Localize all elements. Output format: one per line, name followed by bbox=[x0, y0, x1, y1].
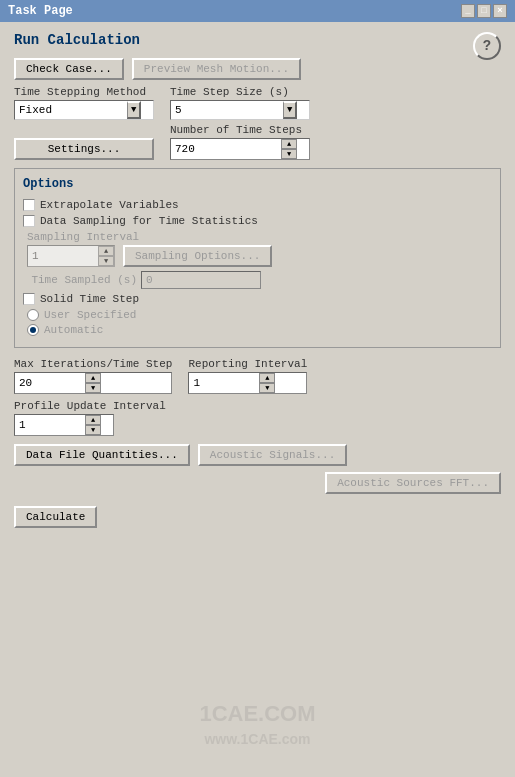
solid-time-step-label: Solid Time Step bbox=[40, 293, 139, 305]
acoustic-fft-row: Acoustic Sources FFT... bbox=[14, 472, 501, 494]
sampling-options-button: Sampling Options... bbox=[123, 245, 272, 267]
user-specified-radio[interactable] bbox=[27, 309, 39, 321]
title-bar-controls: _ □ × bbox=[461, 4, 507, 18]
profile-update-down[interactable]: ▼ bbox=[85, 425, 101, 435]
top-buttons-row: Check Case... Preview Mesh Motion... bbox=[14, 58, 501, 80]
automatic-radio-dot bbox=[30, 327, 36, 333]
title-bar: Task Page _ □ × bbox=[0, 0, 515, 22]
num-time-steps-spinners: ▲ ▼ bbox=[281, 139, 297, 159]
time-stepping-method-label: Time Stepping Method bbox=[14, 86, 154, 98]
help-button[interactable]: ? bbox=[473, 32, 501, 60]
options-group: Options Extrapolate Variables Data Sampl… bbox=[14, 168, 501, 348]
sampling-interval-up: ▲ bbox=[98, 246, 114, 256]
settings-button[interactable]: Settings... bbox=[14, 138, 154, 160]
num-time-steps-spinner[interactable]: ▲ ▼ bbox=[170, 138, 310, 160]
solid-time-step-checkbox[interactable] bbox=[23, 293, 35, 305]
acoustic-sources-fft-button: Acoustic Sources FFT... bbox=[325, 472, 501, 494]
preview-mesh-motion-button: Preview Mesh Motion... bbox=[132, 58, 301, 80]
user-specified-label: User Specified bbox=[44, 309, 136, 321]
automatic-radio[interactable] bbox=[27, 324, 39, 336]
time-stepping-method-col: Time Stepping Method ▼ bbox=[14, 86, 154, 120]
reporting-interval-label: Reporting Interval bbox=[188, 358, 307, 370]
max-iterations-label: Max Iterations/Time Step bbox=[14, 358, 172, 370]
data-sampling-checkbox[interactable] bbox=[23, 215, 35, 227]
profile-update-label: Profile Update Interval bbox=[14, 400, 501, 412]
sampling-interval-down: ▼ bbox=[98, 256, 114, 266]
calculate-button[interactable]: Calculate bbox=[14, 506, 97, 528]
num-time-steps-col: Number of Time Steps ▲ ▼ bbox=[170, 124, 310, 160]
reporting-interval-spinners: ▲ ▼ bbox=[259, 373, 275, 393]
window-title: Task Page bbox=[8, 4, 73, 18]
calculate-row: Calculate bbox=[14, 506, 501, 528]
profile-update-col: Profile Update Interval ▲ ▼ bbox=[14, 400, 501, 436]
data-sampling-row: Data Sampling for Time Statistics bbox=[23, 215, 492, 227]
time-step-size-label: Time Step Size (s) bbox=[170, 86, 310, 98]
sampling-interval-input bbox=[28, 248, 98, 264]
num-time-steps-input[interactable] bbox=[171, 141, 281, 157]
extrapolate-label: Extrapolate Variables bbox=[40, 199, 179, 211]
acoustic-signals-button: Acoustic Signals... bbox=[198, 444, 347, 466]
sampling-interval-spinners: ▲ ▼ bbox=[98, 246, 114, 266]
minimize-button[interactable]: _ bbox=[461, 4, 475, 18]
profile-update-spinners: ▲ ▼ bbox=[85, 415, 101, 435]
profile-update-spinner[interactable]: ▲ ▼ bbox=[14, 414, 114, 436]
reporting-interval-up[interactable]: ▲ bbox=[259, 373, 275, 383]
extrapolate-row: Extrapolate Variables bbox=[23, 199, 492, 211]
close-button[interactable]: × bbox=[493, 4, 507, 18]
data-sampling-label: Data Sampling for Time Statistics bbox=[40, 215, 258, 227]
watermark-text2: www.1CAE.com bbox=[204, 731, 310, 747]
main-window: Task Page _ □ × ? Run Calculation Check … bbox=[0, 0, 515, 777]
automatic-row: Automatic bbox=[23, 324, 492, 336]
sampling-interval-label: Sampling Interval bbox=[27, 231, 272, 243]
time-step-size-col: Time Step Size (s) ▼ bbox=[170, 86, 310, 120]
time-step-size-input[interactable] bbox=[171, 102, 283, 118]
user-specified-row: User Specified bbox=[23, 309, 492, 321]
time-step-size-dropdown[interactable]: ▼ bbox=[170, 100, 310, 120]
automatic-label: Automatic bbox=[44, 324, 103, 336]
solid-time-step-row: Solid Time Step bbox=[23, 293, 492, 305]
time-sampled-label: Time Sampled (s) bbox=[31, 274, 137, 286]
restore-button[interactable]: □ bbox=[477, 4, 491, 18]
file-acoustic-row: Data File Quantities... Acoustic Signals… bbox=[14, 444, 501, 466]
time-stepping-input[interactable] bbox=[15, 102, 127, 118]
max-iterations-spinners: ▲ ▼ bbox=[85, 373, 101, 393]
max-iterations-up[interactable]: ▲ bbox=[85, 373, 101, 383]
time-sampled-input bbox=[141, 271, 261, 289]
max-iterations-input[interactable] bbox=[15, 375, 85, 391]
num-time-steps-up[interactable]: ▲ bbox=[281, 139, 297, 149]
options-title: Options bbox=[23, 177, 492, 191]
time-sampled-row: Time Sampled (s) bbox=[23, 271, 492, 289]
data-file-quantities-button[interactable]: Data File Quantities... bbox=[14, 444, 190, 466]
sampling-interval-row: Sampling Interval ▲ ▼ Sampling Options..… bbox=[23, 231, 492, 267]
profile-update-input[interactable] bbox=[15, 417, 85, 433]
sampling-interval-spinner[interactable]: ▲ ▼ bbox=[27, 245, 115, 267]
content-area: ? Run Calculation Check Case... Preview … bbox=[0, 22, 515, 777]
check-case-button[interactable]: Check Case... bbox=[14, 58, 124, 80]
num-time-steps-label: Number of Time Steps bbox=[170, 124, 310, 136]
time-step-size-arrow[interactable]: ▼ bbox=[283, 101, 297, 119]
max-iterations-col: Max Iterations/Time Step ▲ ▼ bbox=[14, 358, 172, 394]
reporting-interval-spinner[interactable]: ▲ ▼ bbox=[188, 372, 307, 394]
max-iterations-down[interactable]: ▼ bbox=[85, 383, 101, 393]
section-title: Run Calculation bbox=[14, 32, 501, 48]
reporting-interval-down[interactable]: ▼ bbox=[259, 383, 275, 393]
time-stepping-arrow[interactable]: ▼ bbox=[127, 101, 141, 119]
reporting-interval-col: Reporting Interval ▲ ▼ bbox=[188, 358, 307, 394]
watermark-text: 1CAE.COM bbox=[199, 701, 315, 727]
reporting-interval-input[interactable] bbox=[189, 375, 259, 391]
extrapolate-checkbox[interactable] bbox=[23, 199, 35, 211]
max-iterations-spinner[interactable]: ▲ ▼ bbox=[14, 372, 172, 394]
num-time-steps-down[interactable]: ▼ bbox=[281, 149, 297, 159]
time-stepping-dropdown[interactable]: ▼ bbox=[14, 100, 154, 120]
profile-update-up[interactable]: ▲ bbox=[85, 415, 101, 425]
